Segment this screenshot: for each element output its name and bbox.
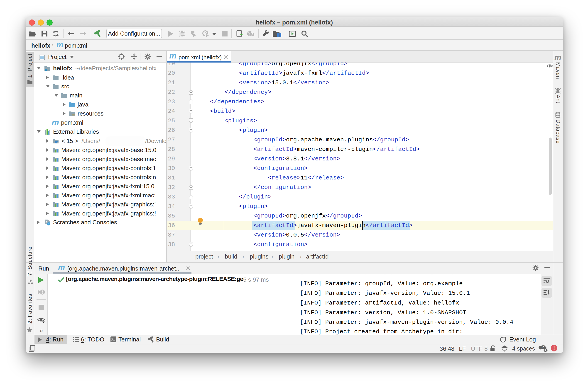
svg-text:?: ? xyxy=(542,345,544,349)
